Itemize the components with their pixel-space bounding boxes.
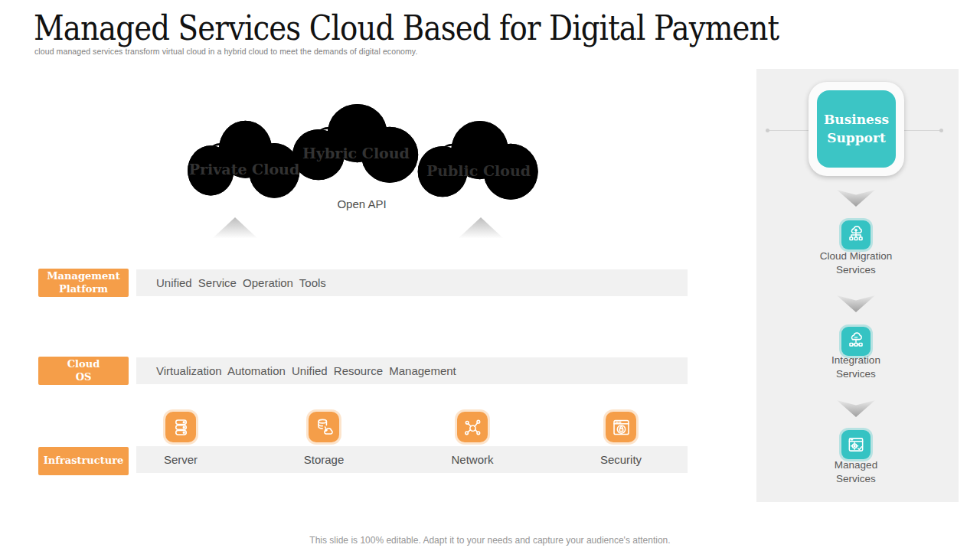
private-cloud-label: Private Cloud xyxy=(181,161,308,178)
up-arrow-icon xyxy=(459,217,503,238)
up-arrow-icon xyxy=(213,217,257,238)
down-arrow-icon xyxy=(837,190,875,207)
down-arrow-icon xyxy=(837,400,875,417)
network-label: Network xyxy=(426,446,518,473)
cloud-icon xyxy=(410,113,547,202)
managed-services-icon xyxy=(841,430,871,459)
integration-services-icon xyxy=(841,327,871,356)
management-platform-content: Unified Service Operation Tools xyxy=(156,269,326,296)
public-cloud-label: Public Cloud xyxy=(410,162,547,179)
infrastructure-label: Infrastructure xyxy=(38,447,129,475)
business-support-panel: Business Support Cloud Migration Service… xyxy=(756,69,959,502)
business-support-frame: Business Support xyxy=(808,82,904,176)
server-label: Server xyxy=(135,446,227,473)
infrastructure-bar: Server Storage Network Security xyxy=(136,446,688,473)
open-api-label: Open API xyxy=(306,197,417,210)
security-icon xyxy=(606,412,636,442)
managed-services-label: Managed Services xyxy=(795,458,917,486)
cloud-os-content: Virtualization Automation Unified Resour… xyxy=(156,357,456,384)
business-support-header: Business Support xyxy=(817,90,896,168)
page-subtitle: cloud managed services transform virtual… xyxy=(34,47,417,56)
slide: Managed Services Cloud Based for Digital… xyxy=(0,0,980,551)
cloud-migration-icon xyxy=(841,220,871,249)
page-title: Managed Services Cloud Based for Digital… xyxy=(34,8,824,48)
management-platform-label: Management Platform xyxy=(38,269,129,297)
cloud-migration-label: Cloud Migration Services xyxy=(795,249,917,277)
connector-dot xyxy=(939,129,943,132)
down-arrow-icon xyxy=(837,295,875,312)
connector-dot xyxy=(766,129,769,132)
private-cloud-shape: Private Cloud xyxy=(181,113,308,201)
management-platform-bar: Unified Service Operation Tools xyxy=(136,269,688,296)
security-label: Security xyxy=(575,446,667,473)
server-icon xyxy=(165,412,196,442)
footer-note: This slide is 100% editable. Adapt it to… xyxy=(0,535,980,546)
network-icon xyxy=(457,412,488,442)
storage-icon xyxy=(309,412,339,442)
integration-services-label: Integration Services xyxy=(795,354,917,381)
cloud-os-bar: Virtualization Automation Unified Resour… xyxy=(136,357,688,384)
public-cloud-shape: Public Cloud xyxy=(410,113,547,202)
storage-label: Storage xyxy=(278,446,370,473)
cloud-icon xyxy=(181,113,308,201)
cloud-os-label: Cloud OS xyxy=(38,357,129,385)
